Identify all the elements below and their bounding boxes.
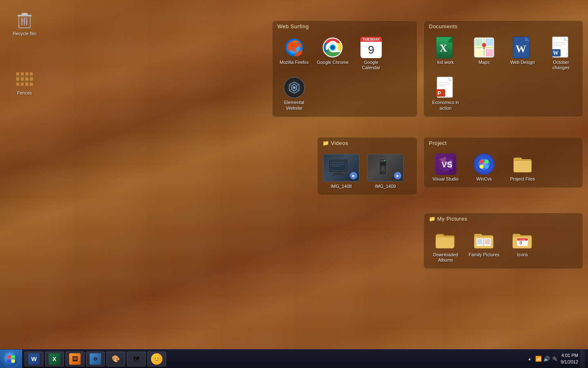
svg-rect-88 xyxy=(477,239,482,244)
network-icon[interactable]: 📶 xyxy=(535,356,542,362)
svg-rect-5 xyxy=(22,13,27,15)
firefox-label: Mozilla Firefox xyxy=(280,60,309,65)
svg-text:W: W xyxy=(516,43,526,55)
tray-expand-icon[interactable]: ▲ xyxy=(526,356,533,362)
svg-rect-40 xyxy=(475,49,482,56)
my-pictures-title: 📁My Pictures xyxy=(424,213,583,224)
img1409-label: IMG_1409 xyxy=(375,184,396,189)
vstudio-label: Visual Studio xyxy=(433,176,459,182)
svg-rect-38 xyxy=(475,38,482,46)
web-design-item[interactable]: W Web Design xyxy=(504,34,541,73)
recycle-bin-icon[interactable]: Recycle Bin xyxy=(8,8,41,38)
downloaded-albums-item[interactable]: Downloaded Albums xyxy=(427,227,464,265)
svg-text:VS: VS xyxy=(442,160,453,169)
downloaded-albums-label: Downloaded Albums xyxy=(429,252,462,263)
clock-time: 4:01 PM xyxy=(561,352,578,359)
chrome-label: Google Chrome xyxy=(317,60,349,65)
svg-rect-13 xyxy=(16,81,34,83)
october-changes-label: October changes xyxy=(544,60,578,70)
documents-title: Documents xyxy=(424,21,583,31)
taskbar-word-btn[interactable]: W xyxy=(25,352,43,366)
svg-rect-8 xyxy=(16,72,19,86)
clock-date: 9/1/2012 xyxy=(561,359,578,365)
svg-text:X: X xyxy=(439,42,447,54)
project-title: Project xyxy=(424,138,583,148)
svg-point-21 xyxy=(331,46,334,49)
desktop: Recycle Bin Fences Web Surfing xyxy=(0,0,588,368)
project-fence: Project VS Visual Studio xyxy=(424,137,583,188)
taskbar-excel-btn[interactable]: X xyxy=(45,352,64,366)
svg-rect-12 xyxy=(16,75,34,78)
clock-display[interactable]: 4:01 PM 9/1/2012 xyxy=(561,352,578,365)
start-button[interactable] xyxy=(0,350,22,368)
svg-rect-11 xyxy=(30,72,33,86)
svg-rect-10 xyxy=(25,72,28,86)
kid-work-item[interactable]: X kid work xyxy=(427,34,464,73)
maps-item[interactable]: Maps xyxy=(466,34,502,73)
my-pictures-fence: 📁My Pictures Downloaded Albums xyxy=(424,213,583,269)
web-design-label: Web Design xyxy=(510,60,535,65)
svg-point-6 xyxy=(21,19,25,22)
battery-icon[interactable]: 🔌 xyxy=(552,356,558,362)
calendar-item[interactable]: Tuesday 9 Google Calendar xyxy=(353,34,390,73)
svg-point-69 xyxy=(382,167,384,169)
svg-line-29 xyxy=(289,85,292,86)
family-pictures-label: Family Pictures xyxy=(469,252,499,257)
economics-action-label: Economics in action xyxy=(429,100,462,111)
vstudio-item[interactable]: VS Visual Studio xyxy=(427,151,464,184)
elemental-label: Elemental Website xyxy=(277,100,311,111)
taskbar-maps-btn[interactable]: 🗺 xyxy=(127,352,146,366)
svg-line-25 xyxy=(297,85,299,86)
october-changes-item[interactable]: W October changes xyxy=(543,34,579,73)
svg-point-7 xyxy=(25,20,27,24)
svg-text:W: W xyxy=(553,50,559,56)
svg-rect-41 xyxy=(486,49,493,56)
chrome-item[interactable]: Google Chrome xyxy=(314,34,351,73)
wincvs-label: WinCvs xyxy=(476,176,492,182)
svg-rect-97 xyxy=(7,359,11,363)
recycle-bin-label: Recycle Bin xyxy=(13,31,36,36)
svg-rect-95 xyxy=(7,355,11,359)
taskbar: W X 🖼 ⚙ 🎨 🗺 😊 ▲ xyxy=(0,349,588,368)
svg-rect-96 xyxy=(11,355,15,359)
taskbar-photo-btn[interactable]: 🖼 xyxy=(65,352,84,366)
elemental-item[interactable]: Elemental Website xyxy=(276,75,313,113)
system-tray: ▲ 📶 🔊 🔌 4:01 PM 9/1/2012 xyxy=(523,350,588,368)
taskbar-paint-btn[interactable]: 🎨 xyxy=(106,352,125,366)
img1408-item[interactable]: ▶ IMG_1408 xyxy=(321,151,362,192)
show-desktop-button[interactable] xyxy=(581,350,585,368)
wincvs-item[interactable]: WinCvs xyxy=(466,151,502,184)
web-surfing-content: Mozilla Firefox xyxy=(273,31,417,117)
taskbar-face-btn[interactable]: 😊 xyxy=(147,352,166,366)
svg-line-26 xyxy=(297,89,299,90)
calendar-day-name: Tuesday xyxy=(360,37,382,42)
svg-rect-39 xyxy=(486,38,493,46)
project-files-item[interactable]: Project Files xyxy=(504,151,541,184)
img1409-item[interactable]: ▶ IMG_1409 xyxy=(365,151,406,192)
svg-rect-70 xyxy=(381,169,385,170)
start-orb xyxy=(4,352,18,366)
videos-fence: 📁Videos xyxy=(317,137,417,195)
taskbar-control-btn[interactable]: ⚙ xyxy=(86,352,105,366)
economics-action-item[interactable]: P Economics in action xyxy=(427,75,464,113)
fences-label: Fences xyxy=(17,90,32,96)
svg-rect-61 xyxy=(332,174,344,175)
maps-label: Maps xyxy=(479,60,490,65)
svg-point-42 xyxy=(482,43,486,47)
svg-rect-98 xyxy=(11,359,15,363)
firefox-item[interactable]: Mozilla Firefox xyxy=(276,34,313,73)
calendar-day-num: 9 xyxy=(360,42,382,58)
fences-icon[interactable]: Fences xyxy=(8,68,41,97)
svg-text:P: P xyxy=(437,90,441,96)
svg-rect-62 xyxy=(331,161,346,170)
calendar-label: Google Calendar xyxy=(354,60,388,70)
documents-fence: Documents X xyxy=(424,20,583,117)
svg-text:9: 9 xyxy=(520,240,522,245)
my-pictures-content: Downloaded Albums xyxy=(424,224,583,269)
project-content: VS Visual Studio xyxy=(424,148,583,187)
family-pictures-item[interactable]: Family Pictures xyxy=(466,227,502,265)
tray-icons: 📶 🔊 🔌 xyxy=(535,356,558,362)
icons-folder-item[interactable]: Tuesday 9 Icons xyxy=(504,227,541,265)
documents-content: X kid work xyxy=(424,31,583,117)
volume-icon[interactable]: 🔊 xyxy=(543,356,550,362)
